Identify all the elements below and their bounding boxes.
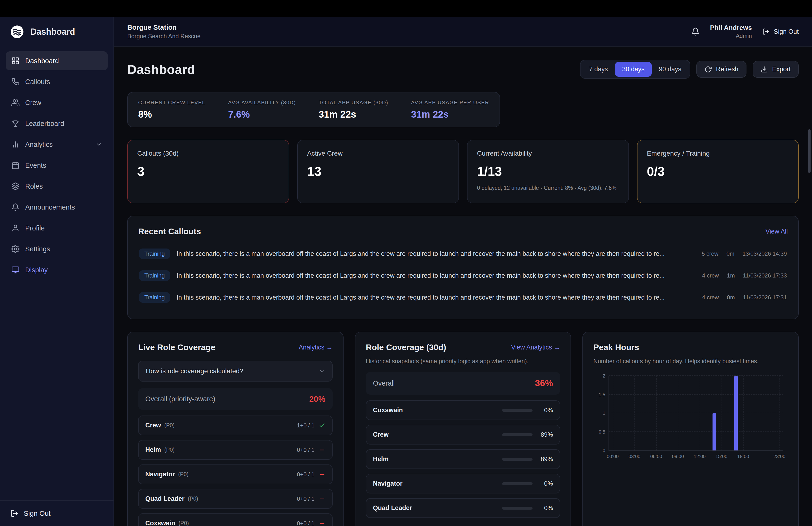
role-priority: (P0)	[164, 447, 174, 453]
stat-value: 0/3	[647, 164, 789, 179]
users-icon	[11, 99, 19, 107]
sidebar-item-label: Callouts	[25, 78, 50, 86]
topbar-sign-out-button[interactable]: Sign Out	[763, 28, 799, 35]
kpi-value: 8%	[138, 109, 205, 120]
chart-bar	[734, 376, 738, 451]
monitor-icon	[11, 266, 19, 274]
sidebar-item-callouts[interactable]: Callouts	[6, 72, 108, 91]
sidebar-item-crew[interactable]: Crew	[6, 93, 108, 112]
phone-icon	[11, 78, 19, 86]
notifications-bell-icon[interactable]	[691, 27, 700, 36]
refresh-button[interactable]: Refresh	[696, 61, 746, 78]
callout-list: TrainingIn this scenario, there is a man…	[138, 243, 788, 308]
callout-crew-count: 4 crew	[702, 272, 719, 279]
30d-overall-value: 36%	[535, 378, 553, 388]
page-title: Dashboard	[127, 62, 195, 77]
progress-bar	[502, 433, 533, 436]
role-name: Helm	[373, 455, 389, 463]
x-axis-tick-label: 03:00	[628, 454, 640, 459]
role-name: Crew	[373, 431, 389, 438]
bell-icon	[11, 203, 19, 211]
peak-hours-title: Peak Hours	[593, 343, 639, 352]
sidebar-item-announcements[interactable]: Announcements	[6, 198, 108, 217]
export-button[interactable]: Export	[753, 61, 799, 78]
role-percent: 0%	[537, 480, 553, 487]
x-axis-tick-label: 09:00	[672, 454, 684, 459]
stat-title: Callouts (30d)	[137, 150, 279, 157]
sidebar-item-leaderboard[interactable]: Leaderboard	[6, 114, 108, 133]
chart-bar	[712, 413, 716, 451]
sidebar-item-roles[interactable]: Roles	[6, 177, 108, 196]
callout-duration: 1m	[727, 272, 735, 279]
role-name: Quad Leader	[145, 495, 185, 502]
range-button-7-days[interactable]: 7 days	[582, 62, 615, 77]
role-name: Coxswain	[145, 520, 175, 526]
callout-row[interactable]: TrainingIn this scenario, there is a man…	[138, 286, 788, 308]
kpi-avg-availability-30d-: AVG AVAILABILITY (30D)7.6%	[228, 100, 296, 120]
x-gridline	[634, 376, 635, 451]
sidebar-item-label: Dashboard	[25, 57, 59, 65]
scrollbar-thumb[interactable]	[808, 129, 811, 173]
callout-timestamp: 11/03/2026 17:33	[743, 272, 787, 279]
peak-hours-subtitle: Number of callouts by hour of day. Helps…	[593, 357, 788, 365]
x-axis-tick-label: 12:00	[694, 454, 706, 459]
x-axis-tick-label: 18:00	[737, 454, 749, 459]
stat-card-current-availability: Current Availability1/130 delayed, 12 un…	[467, 140, 629, 203]
sidebar-nav: DashboardCalloutsCrewLeaderboardAnalytic…	[0, 46, 114, 500]
y-gridline	[609, 375, 783, 376]
x-gridline	[656, 376, 657, 451]
brand: Dashboard	[0, 17, 114, 46]
sidebar-item-settings[interactable]: Settings	[6, 240, 108, 258]
grid-icon	[11, 57, 19, 65]
role-name: Helm	[145, 446, 161, 454]
kpi-value: 31m 22s	[319, 109, 388, 120]
callout-crew-count: 4 crew	[702, 294, 719, 301]
role-name: Crew	[145, 422, 161, 429]
sidebar-item-label: Crew	[25, 99, 41, 107]
kpi-total-app-usage-30d-: TOTAL APP USAGE (30D)31m 22s	[319, 100, 388, 120]
x-axis-tick-label: 00:00	[607, 454, 619, 459]
recent-callouts-card: Recent Callouts View All TrainingIn this…	[127, 216, 799, 319]
live-role-row-helm: Helm(P0)0+0 / 1	[138, 440, 333, 460]
refresh-icon	[705, 66, 712, 73]
y-gridline	[609, 413, 783, 413]
sidebar-footer: Sign Out	[0, 500, 114, 526]
user-role: Admin	[710, 32, 752, 39]
stat-card-grid: Callouts (30d)3Active Crew13Current Avai…	[127, 140, 799, 203]
date-range-segmented-control: 7 days30 days90 days	[580, 60, 691, 79]
live-role-row-navigator: Navigator(P0)0+0 / 1	[138, 465, 333, 484]
role-percent: 0%	[537, 504, 553, 512]
screen: Dashboard DashboardCalloutsCrewLeaderboa…	[0, 0, 812, 526]
layers-icon	[11, 182, 19, 190]
x-gridline	[743, 376, 744, 451]
callout-timestamp: 11/03/2026 17:31	[743, 294, 787, 301]
sidebar-item-dashboard[interactable]: Dashboard	[6, 51, 108, 70]
sidebar-item-analytics[interactable]: Analytics	[6, 135, 108, 154]
callout-row[interactable]: TrainingIn this scenario, there is a man…	[138, 265, 788, 286]
coverage-help-accordion[interactable]: How is role coverage calculated?	[138, 361, 333, 382]
analytics-link[interactable]: Analytics →	[299, 344, 333, 351]
role-name: Quad Leader	[373, 504, 412, 512]
sidebar-item-profile[interactable]: Profile	[6, 218, 108, 238]
top-black-strip	[0, 0, 812, 17]
sidebar-item-label: Events	[25, 161, 46, 169]
sidebar-item-events[interactable]: Events	[6, 156, 108, 175]
live-role-row-coxswain: Coxswain(P0)0+0 / 1	[138, 513, 333, 526]
kpi-avg-app-usage-per-user: AVG APP USAGE PER USER31m 22s	[411, 100, 489, 120]
brand-title: Dashboard	[30, 27, 75, 37]
view-all-link[interactable]: View All	[766, 228, 788, 235]
y-axis-tick-label: 1	[603, 411, 605, 416]
x-gridline	[780, 376, 780, 451]
range-button-30-days[interactable]: 30 days	[615, 62, 652, 77]
view-analytics-link[interactable]: View Analytics →	[511, 344, 560, 351]
role-priority: (P0)	[188, 496, 198, 502]
role-name: Navigator	[373, 480, 403, 487]
content: Dashboard 7 days30 days90 days Refresh E…	[114, 46, 812, 526]
live-role-row-crew: Crew(P0)1+0 / 1	[138, 415, 333, 435]
y-axis-tick-label: 2	[603, 373, 605, 379]
sidebar-item-display[interactable]: Display	[6, 260, 108, 280]
callout-row[interactable]: TrainingIn this scenario, there is a man…	[138, 243, 788, 265]
sidebar-sign-out-button[interactable]: Sign Out	[11, 509, 103, 517]
range-button-90-days[interactable]: 90 days	[652, 62, 688, 77]
x-axis-tick-label: 23:00	[773, 454, 785, 459]
